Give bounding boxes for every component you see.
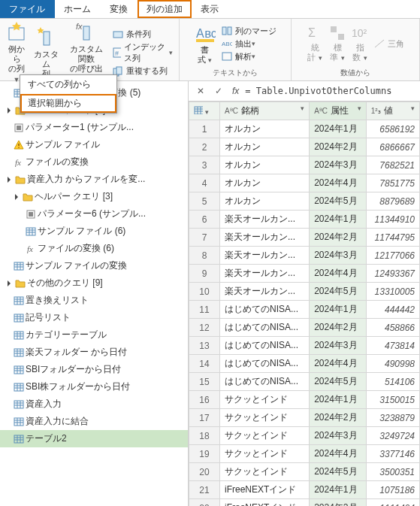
cell-attr[interactable]: 2024年5月 [310, 373, 367, 391]
table-row[interactable]: 19サクッとインド2024年4月3377146 [189, 445, 420, 463]
standard-button[interactable]: 標 準 ▾ [326, 20, 349, 67]
table-row[interactable]: 3オルカン2024年3月7682521 [189, 156, 420, 174]
query-tree-item[interactable]: パラメーター6 (サンプル... [0, 205, 188, 223]
query-tree-item[interactable]: パラメーター1 (サンプル... [0, 119, 188, 136]
query-tree-item[interactable]: 楽天フォルダー から日付 [0, 344, 188, 361]
cell-value[interactable]: 13310005 [366, 283, 419, 301]
table-row[interactable]: 18サクッとインド2024年3月3249724 [189, 427, 420, 445]
cell-name[interactable]: サクッとインド [220, 409, 310, 427]
cell-attr[interactable]: 2024年3月 [310, 156, 367, 174]
cell-attr[interactable]: 2024年2月 [310, 409, 367, 427]
cell-attr[interactable]: 2024年1月 [310, 120, 367, 138]
cell-attr[interactable]: 2024年1月 [310, 301, 367, 319]
table-row[interactable]: 5オルカン2024年5月8879689 [189, 192, 420, 211]
table-row[interactable]: 17サクッとインド2024年2月3238879 [189, 409, 420, 427]
query-tree-item[interactable]: サンプル ファイルの変換 [0, 257, 188, 274]
cell-value[interactable]: 11344910 [366, 211, 419, 229]
cell-name[interactable]: オルカン [220, 192, 310, 211]
cell-value[interactable]: 6586192 [366, 120, 419, 138]
exponent-button[interactable]: 10² 指 数 ▾ [349, 20, 371, 67]
cell-attr[interactable]: 2024年2月 [310, 319, 367, 337]
table-row[interactable]: 20サクッとインド2024年5月3500351 [189, 463, 420, 481]
query-tree-item[interactable]: 資産入力 からファイルを変... [0, 171, 188, 188]
cell-attr[interactable]: 2024年1月 [310, 211, 367, 229]
merge-columns-button[interactable]: 列のマージ [219, 25, 279, 38]
cell-value[interactable]: 8879689 [366, 192, 419, 211]
formula-input[interactable] [243, 85, 417, 97]
tab-file[interactable]: ファイル [0, 0, 55, 18]
cell-value[interactable]: 490998 [366, 355, 419, 373]
cell-value[interactable]: 6866667 [366, 138, 419, 156]
cell-name[interactable]: サクッとインド [220, 427, 310, 445]
formula-confirm-button[interactable]: ✓ [211, 83, 226, 98]
cell-name[interactable]: 楽天オールカン... [220, 211, 310, 229]
cell-attr[interactable]: 2024年2月 [310, 229, 367, 247]
query-tree-item[interactable]: ファイルの変換 (6) [0, 240, 188, 257]
cell-value[interactable]: 11744795 [366, 229, 419, 247]
table-row[interactable]: 14はじめてのNISA...2024年4月490998 [189, 355, 420, 373]
cell-attr[interactable]: 2024年3月 [310, 337, 367, 355]
cell-attr[interactable]: 2024年4月 [310, 174, 367, 192]
cell-name[interactable]: はじめてのNISA... [220, 373, 310, 391]
cell-name[interactable]: オルカン [220, 156, 310, 174]
table-row[interactable]: 10楽天オールカン...2024年5月13310005 [189, 283, 420, 301]
formula-cancel-button[interactable]: ✕ [193, 83, 208, 98]
cell-name[interactable]: サクッとインド [220, 463, 310, 481]
cell-value[interactable]: 1075186 [366, 481, 419, 499]
cell-value[interactable]: 12177066 [366, 247, 419, 265]
cell-value[interactable]: 3377146 [366, 445, 419, 463]
query-tree-item[interactable]: ファイルの変換 [0, 153, 188, 171]
cell-value[interactable]: 12493367 [366, 265, 419, 283]
table-row[interactable]: 16サクッとインド2024年1月3150015 [189, 391, 420, 409]
cell-attr[interactable]: 2024年1月 [310, 391, 367, 409]
cell-name[interactable]: オルカン [220, 138, 310, 156]
query-tree-item[interactable]: SBIフォルダーから日付 [0, 361, 188, 378]
query-tree-item[interactable]: 記号リスト [0, 309, 188, 326]
cell-attr[interactable]: 2024年2月 [310, 138, 367, 156]
table-row[interactable]: 21iFreeNEXTインド2024年1月1075186 [189, 481, 420, 499]
dropdown-from-selection[interactable]: 選択範囲から [20, 94, 116, 113]
cell-name[interactable]: 楽天オールカン... [220, 283, 310, 301]
trig-button[interactable]: 三角 [371, 38, 407, 50]
cell-value[interactable]: 458866 [366, 319, 419, 337]
cell-name[interactable]: 楽天オールカン... [220, 229, 310, 247]
cell-attr[interactable]: 2024年5月 [310, 192, 367, 211]
cell-value[interactable]: 7682521 [366, 156, 419, 174]
cell-attr[interactable]: 2024年3月 [310, 247, 367, 265]
column-header-name[interactable]: AᴮC銘柄 ▾ [220, 102, 310, 120]
conditional-column-button[interactable]: 条件列 [110, 28, 176, 41]
grid-corner[interactable]: ▾ [189, 102, 220, 120]
cell-name[interactable]: オルカン [220, 174, 310, 192]
table-row[interactable]: 6楽天オールカン...2024年1月11344910 [189, 211, 420, 229]
tab-home[interactable]: ホーム [55, 0, 101, 18]
format-button[interactable]: Aʙc 書 式 ▾ [192, 20, 219, 67]
cell-value[interactable]: 1111494 [366, 499, 419, 507]
cell-value[interactable]: 3150015 [366, 391, 419, 409]
table-row[interactable]: 9楽天オールカン...2024年4月12493367 [189, 265, 420, 283]
cell-name[interactable]: iFreeNEXTインド [220, 499, 310, 507]
parse-button[interactable]: 解析 ▾ [219, 50, 279, 63]
query-tree-item[interactable]: 置き換えリスト [0, 292, 188, 309]
duplicate-column-button[interactable]: 重複する列 [110, 65, 176, 77]
dropdown-all-columns[interactable]: すべての列から [20, 75, 116, 94]
cell-name[interactable]: はじめてのNISA... [220, 319, 310, 337]
cell-attr[interactable]: 2024年3月 [310, 427, 367, 445]
statistics-button[interactable]: Σ 統 計 ▾ [304, 20, 326, 67]
tab-transform[interactable]: 変換 [101, 0, 137, 18]
query-tree-item[interactable]: サンプル ファイル [0, 136, 188, 153]
cell-name[interactable]: 楽天オールカン... [220, 247, 310, 265]
query-tree-item[interactable]: テーブル2 [0, 430, 188, 447]
tab-view[interactable]: 表示 [192, 0, 228, 18]
cell-attr[interactable]: 2024年4月 [310, 355, 367, 373]
column-header-value[interactable]: 1²₃値 ▾ [366, 102, 419, 120]
table-row[interactable]: 2オルカン2024年2月6866667 [189, 138, 420, 156]
table-row[interactable]: 22iFreeNEXTインド2024年2月1111494 [189, 499, 420, 507]
cell-value[interactable]: 3249724 [366, 427, 419, 445]
cell-name[interactable]: サクッとインド [220, 391, 310, 409]
column-header-attr[interactable]: AᴮC属性 ▾ [310, 102, 367, 120]
table-row[interactable]: 12はじめてのNISA...2024年2月458866 [189, 319, 420, 337]
cell-attr[interactable]: 2024年2月 [310, 499, 367, 507]
cell-attr[interactable]: 2024年5月 [310, 283, 367, 301]
cell-attr[interactable]: 2024年5月 [310, 463, 367, 481]
cell-name[interactable]: 楽天オールカン... [220, 265, 310, 283]
